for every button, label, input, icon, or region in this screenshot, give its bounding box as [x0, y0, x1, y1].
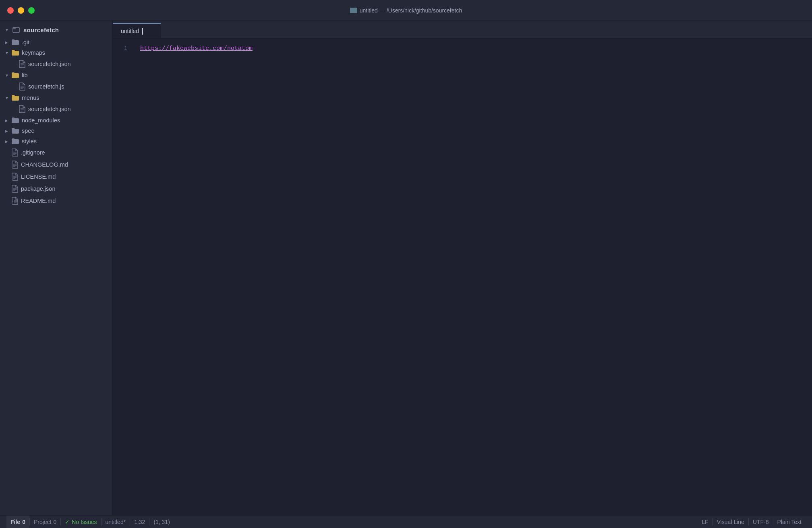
tree-label-sourcefetch-json-menus: sourcefetch.json: [28, 106, 71, 112]
tree-label-menus: menus: [22, 95, 39, 101]
status-file-count: 0: [22, 519, 25, 525]
folder-icon-lib: [11, 72, 19, 78]
editor-area: untitled 1 https://fakewebsite.com/notat…: [113, 21, 812, 515]
status-issues[interactable]: ✓ No Issues: [61, 516, 101, 528]
status-project[interactable]: Project 0: [30, 516, 60, 528]
status-file-label: File: [10, 519, 20, 525]
tree-item-readme[interactable]: README.md: [0, 195, 112, 207]
tree-label-sourcefetch-js: sourcefetch.js: [28, 83, 64, 90]
minimize-button[interactable]: [18, 7, 24, 14]
file-icon-license: [11, 173, 19, 181]
status-line-col-text: (1, 31): [153, 519, 170, 525]
status-line-ending-text: LF: [702, 519, 708, 525]
folder-icon-git: [11, 39, 19, 45]
tree-label-license: LICENSE.md: [21, 173, 56, 180]
tree-label-gitignore: .gitignore: [21, 149, 45, 156]
file-icon-changelog: [11, 161, 19, 169]
status-cursor-text: 1:32: [134, 519, 145, 525]
folder-icon-node-modules: [11, 117, 19, 124]
file-icon-readme: [11, 197, 19, 205]
chevron-lib: [5, 73, 9, 78]
tree-item-lib[interactable]: lib: [0, 70, 112, 80]
line-number-1: 1: [113, 45, 137, 52]
tree-item-gitignore[interactable]: .gitignore: [0, 146, 112, 159]
status-line-col[interactable]: (1, 31): [149, 516, 174, 528]
maximize-button[interactable]: [28, 7, 35, 14]
status-right: LF Visual Line UTF-8 Plain Text: [698, 518, 806, 526]
check-icon: ✓: [65, 519, 70, 525]
tree-item-menus[interactable]: menus: [0, 93, 112, 103]
file-icon-package: [11, 185, 19, 193]
tree-item-package[interactable]: package.json: [0, 183, 112, 195]
status-visual-mode[interactable]: Visual Line: [713, 519, 748, 525]
tree-label-node-modules: node_modules: [22, 117, 60, 124]
line-content-1: https://fakewebsite.com/notatom: [137, 45, 812, 52]
window-title: untitled — /Users/nick/github/sourcefetc…: [350, 7, 462, 14]
tree-label-spec: spec: [22, 128, 34, 134]
folder-icon-menus: [11, 95, 19, 101]
status-filename[interactable]: untitled*: [102, 516, 130, 528]
tree-item-sourcefetch-js[interactable]: sourcefetch.js: [0, 80, 112, 93]
tree-label-keymaps: keymaps: [22, 50, 45, 56]
tree-item-keymaps[interactable]: keymaps: [0, 47, 112, 58]
tree-label-sourcefetch-json-keymaps: sourcefetch.json: [28, 61, 71, 67]
chevron-git: [5, 40, 9, 45]
project-icon: [12, 26, 20, 34]
project-header[interactable]: ▼ sourcefetch: [0, 23, 112, 37]
folder-icon-styles: [11, 138, 19, 144]
status-file[interactable]: File 0: [6, 516, 29, 528]
tree-label-readme: README.md: [21, 198, 56, 204]
tree-item-styles[interactable]: styles: [0, 136, 112, 146]
tree-label-changelog: CHANGELOG.md: [21, 161, 68, 168]
folder-icon-keymaps: [11, 50, 19, 56]
statusbar: File 0 Project 0 ✓ No Issues untitled* 1…: [0, 515, 812, 528]
tree-item-license[interactable]: LICENSE.md: [0, 171, 112, 183]
sidebar: ▼ sourcefetch .git k: [0, 21, 113, 515]
status-encoding[interactable]: UTF-8: [749, 519, 773, 525]
tree-label-package: package.json: [21, 186, 55, 192]
chevron-styles: [5, 139, 9, 144]
title-text: untitled — /Users/nick/github/sourcefetc…: [360, 7, 462, 14]
status-project-label: Project: [34, 519, 52, 525]
file-icon-sourcefetch-json-menus: [19, 105, 26, 113]
tab-untitled[interactable]: untitled: [113, 23, 161, 38]
status-syntax-text: Plain Text: [777, 519, 802, 525]
tab-cursor-indicator: [142, 27, 143, 34]
chevron-menus: [5, 96, 9, 100]
file-icon-sourcefetch-js: [19, 82, 26, 91]
project-chevron: ▼: [5, 28, 9, 32]
tab-label-untitled: untitled: [121, 28, 139, 34]
titlebar: untitled — /Users/nick/github/sourcefetc…: [0, 0, 812, 21]
file-icon-title: [350, 8, 357, 13]
status-filename-text: untitled*: [106, 519, 126, 525]
main-layout: ▼ sourcefetch .git k: [0, 21, 812, 515]
status-cursor-pos[interactable]: 1:32: [130, 516, 149, 528]
tree-item-node-modules[interactable]: node_modules: [0, 115, 112, 126]
status-visual-mode-text: Visual Line: [717, 519, 744, 525]
status-syntax[interactable]: Plain Text: [773, 519, 806, 525]
status-issues-label: No Issues: [72, 519, 97, 525]
tree-label-styles: styles: [22, 138, 37, 144]
svg-rect-2: [13, 27, 16, 29]
tree-label-lib: lib: [22, 72, 28, 78]
file-icon-gitignore: [11, 148, 19, 157]
tree-item-sourcefetch-json-menus[interactable]: sourcefetch.json: [0, 103, 112, 115]
folder-icon-spec: [11, 128, 19, 134]
tree-item-changelog[interactable]: CHANGELOG.md: [0, 159, 112, 171]
status-encoding-text: UTF-8: [753, 519, 769, 525]
tree-label-git: .git: [22, 39, 29, 45]
status-line-ending[interactable]: LF: [698, 519, 712, 525]
file-icon-sourcefetch-json-keymaps: [19, 60, 26, 68]
tree-item-sourcefetch-json-keymaps[interactable]: sourcefetch.json: [0, 58, 112, 70]
chevron-node-modules: [5, 118, 9, 123]
project-name: sourcefetch: [23, 27, 59, 33]
editor-line-1: 1 https://fakewebsite.com/notatom: [113, 45, 812, 56]
tree-item-spec[interactable]: spec: [0, 126, 112, 136]
status-project-count: 0: [54, 519, 57, 525]
chevron-keymaps: [5, 51, 9, 55]
tree-item-git[interactable]: .git: [0, 37, 112, 47]
editor-content[interactable]: 1 https://fakewebsite.com/notatom: [113, 39, 812, 515]
tabs-bar: untitled: [113, 21, 812, 39]
close-button[interactable]: [7, 7, 14, 14]
url-text[interactable]: https://fakewebsite.com/notatom: [140, 45, 253, 52]
